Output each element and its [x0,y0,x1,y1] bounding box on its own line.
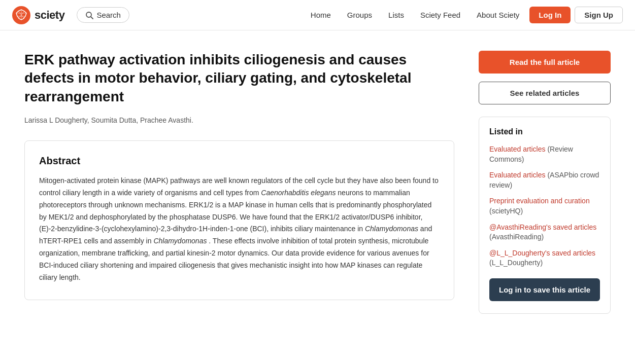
nav-link-home[interactable]: Home [305,8,337,22]
navigation: sciety Search Home Groups Lists Sciety F… [0,0,635,30]
abstract-title: Abstract [39,155,440,167]
listed-source-3: (AvasthiReading) [489,233,544,241]
see-related-articles-button[interactable]: See related articles [479,82,611,104]
signup-button[interactable]: Sign Up [575,7,623,23]
listed-in-title: Listed in [489,127,600,136]
listed-item-2: Preprint evaluation and curation (sciety… [489,196,600,216]
logo-text: sciety [35,9,64,22]
nav-links: Home Groups Lists Sciety Feed About Scie… [305,7,623,23]
login-button[interactable]: Log In [529,7,571,23]
article-sidebar: Read the full article See related articl… [479,51,611,314]
read-full-article-button[interactable]: Read the full article [479,51,611,74]
nav-link-groups[interactable]: Groups [341,8,378,22]
listed-source-2: (scietyHQ) [489,207,523,215]
search-icon [85,11,93,19]
listed-item-1: Evaluated articles (ASAPbio crowd review… [489,170,600,190]
logo-icon [12,6,30,24]
logo[interactable]: sciety [12,6,64,24]
listed-in-box: Listed in Evaluated articles (Review Com… [479,117,611,314]
abstract-box: Abstract Mitogen-activated protein kinas… [24,140,454,300]
listed-source-4: (L_L_Dougherty) [489,259,543,267]
listed-item-0: Evaluated articles (Review Commons) [489,144,600,164]
listed-link-1[interactable]: Evaluated articles [489,171,546,179]
listed-link-0[interactable]: Evaluated articles [489,145,546,153]
listed-link-2[interactable]: Preprint evaluation and curation [489,197,590,205]
nav-link-sciety-feed[interactable]: Sciety Feed [414,8,466,22]
svg-line-2 [91,17,93,19]
save-article-button[interactable]: Log in to save this article [489,278,600,301]
article-title: ERK pathway activation inhibits ciliogen… [24,51,454,106]
nav-link-lists[interactable]: Lists [382,8,410,22]
article-authors: Larissa L Dougherty, Soumita Dutta, Prac… [24,116,454,124]
page-content: ERK pathway activation inhibits ciliogen… [0,30,635,334]
abstract-text: Mitogen-activated protein kinase (MAPK) … [39,175,440,283]
article-main: ERK pathway activation inhibits ciliogen… [24,51,454,314]
nav-link-about-sciety[interactable]: About Sciety [471,8,525,22]
listed-link-4[interactable]: @L_L_Dougherty's saved articles [489,249,595,257]
listed-item-4: @L_L_Dougherty's saved articles (L_L_Dou… [489,248,600,268]
search-button[interactable]: Search [77,7,129,23]
listed-link-3[interactable]: @AvasthiReading's saved articles [489,223,596,231]
listed-item-3: @AvasthiReading's saved articles (Avasth… [489,223,600,242]
search-label: Search [96,11,121,19]
